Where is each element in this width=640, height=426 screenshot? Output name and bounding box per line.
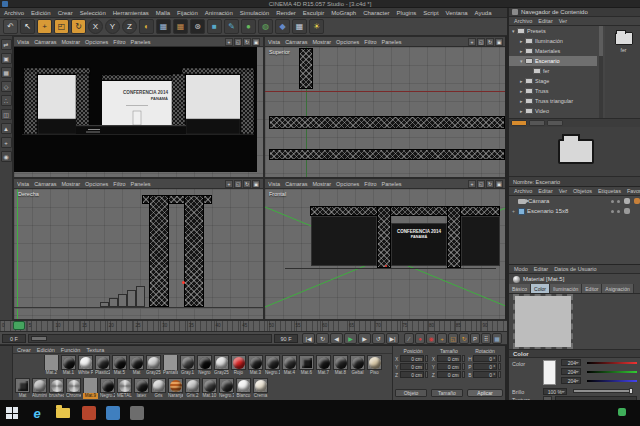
object-tag[interactable] — [634, 208, 640, 214]
material-item[interactable]: Naranja — [168, 378, 183, 399]
menu-item[interactable]: Animación — [205, 10, 233, 16]
coordinate-input[interactable]: 0 cm — [437, 355, 461, 362]
pan-icon[interactable]: + — [225, 180, 233, 188]
key-position-button[interactable]: + — [437, 333, 447, 344]
live-selection-icon[interactable]: ↖ — [20, 19, 35, 34]
goto-end-button[interactable]: ▶| — [386, 333, 399, 344]
texture-mode-icon[interactable]: ▦ — [1, 67, 12, 78]
model-mode-icon[interactable]: ▣ — [1, 53, 12, 64]
viewport-menu-item[interactable]: Paneles — [382, 39, 402, 45]
viewport-menu-item[interactable]: Mostrar — [61, 181, 80, 187]
instance-grid-icon[interactable]: ▦ — [292, 19, 307, 34]
material-item[interactable]: Mat.3 — [248, 355, 263, 376]
rotate-view-icon[interactable]: ↻ — [243, 180, 251, 188]
spinner[interactable] — [462, 363, 465, 370]
viewport-menu-item[interactable]: Opciones — [85, 39, 108, 45]
end-frame-field[interactable]: 90 F — [274, 334, 298, 343]
coordinate-input[interactable]: 0 cm — [400, 371, 424, 378]
menu-item[interactable]: Edición — [31, 10, 51, 16]
menu-item[interactable]: Ventana — [446, 10, 468, 16]
menu-item[interactable]: Archivo — [514, 18, 532, 24]
points-mode-icon[interactable]: ∴ — [1, 95, 12, 106]
spinner[interactable] — [498, 363, 501, 370]
tree-item[interactable]: ▾ Escenario — [509, 56, 597, 66]
material-item[interactable]: Gray.1 — [180, 355, 195, 376]
browser-tab[interactable] — [547, 120, 563, 126]
viewport-menu-item[interactable]: Cámaras — [285, 39, 307, 45]
material-item[interactable]: Negro.1 — [265, 355, 280, 376]
menu-item[interactable]: Favoritos — [627, 188, 640, 194]
viewport-menu-item[interactable]: Cámaras — [34, 181, 56, 187]
object-tag[interactable] — [624, 208, 630, 214]
maximize-icon[interactable]: ▣ — [252, 180, 260, 188]
pan-icon[interactable]: + — [468, 38, 476, 46]
file-explorer-icon[interactable] — [56, 408, 70, 418]
menu-item[interactable]: Render — [276, 10, 296, 16]
render-picture-viewer-icon[interactable]: ▦ — [173, 19, 188, 34]
material-item[interactable]: Mat — [129, 355, 144, 376]
perspective-canvas[interactable]: CONFERENCIA 2014 PANAMÁ — [14, 47, 263, 177]
menu-item[interactable]: Ver — [559, 188, 567, 194]
menu-item[interactable]: Selección — [80, 10, 106, 16]
menu-item[interactable]: Malla — [156, 10, 170, 16]
menu-item[interactable]: Función — [61, 347, 81, 353]
menu-item[interactable]: Textura — [86, 347, 104, 353]
viewport-menu-item[interactable]: Filtro — [113, 39, 125, 45]
tree-scrollbar[interactable] — [599, 26, 603, 118]
coordinate-input[interactable]: 0 cm — [437, 363, 461, 370]
keyframe-selection-button[interactable]: ∕ — [404, 333, 414, 344]
primitive-cube-icon[interactable]: ■ — [207, 19, 222, 34]
menu-item[interactable]: Esculpir — [303, 10, 324, 16]
material-item[interactable]: Mat.1 — [61, 355, 76, 376]
menu-item[interactable]: Herramientas — [113, 10, 149, 16]
tree-item[interactable]: ▸ Stage — [509, 76, 597, 86]
material-item[interactable]: Mat.9 — [83, 378, 98, 399]
timeline-playhead[interactable] — [13, 321, 25, 330]
material-item[interactable]: Gray25 — [146, 355, 161, 376]
front-canvas[interactable]: Frontal CONFERENCIA 2014 PANAMÁ — [265, 189, 506, 319]
menu-item[interactable]: Plugins — [397, 10, 417, 16]
timeline-ruler[interactable]: 051015202530354045505560657075808590 — [0, 320, 507, 331]
viewport-menu-item[interactable]: Cámaras — [285, 181, 307, 187]
edge-icon[interactable]: e — [30, 406, 44, 420]
zoom-icon[interactable]: ◱ — [234, 180, 242, 188]
rgb-slider[interactable] — [587, 380, 637, 382]
start-frame-field[interactable]: 0 F — [2, 334, 26, 343]
frame-scrubber[interactable] — [28, 334, 272, 343]
material-item[interactable]: Mat.5 — [112, 355, 127, 376]
loop-mode-button[interactable]: ↻ — [316, 333, 329, 344]
material-item[interactable]: Aluminio — [32, 378, 47, 399]
menu-item[interactable]: MoGraph — [331, 10, 356, 16]
generator-icon[interactable]: ◍ — [258, 19, 273, 34]
material-item[interactable]: Mat.7 — [316, 355, 331, 376]
menu-item[interactable]: Fijación — [177, 10, 198, 16]
spinner[interactable] — [462, 355, 465, 362]
viewport-menu-item[interactable]: Filtro — [364, 181, 376, 187]
spinner[interactable] — [498, 371, 501, 378]
material-item[interactable]: Gebal — [350, 355, 365, 376]
scale-tool-icon[interactable]: ◰ — [54, 19, 69, 34]
rotate-tool-icon[interactable]: ↻ — [71, 19, 86, 34]
material-item[interactable]: Negro — [197, 355, 212, 376]
material-item[interactable]: Pantalla — [163, 355, 178, 376]
brightness-slider[interactable] — [573, 389, 633, 393]
rgb-slider[interactable] — [587, 371, 637, 373]
browser-tab[interactable] — [529, 120, 545, 126]
browser-tab-active[interactable] — [511, 120, 527, 126]
key-rotation-button[interactable]: ↻ — [459, 333, 469, 344]
material-item[interactable]: Negro.3 — [219, 378, 234, 399]
tree-item[interactable]: ▾ Presets — [509, 26, 597, 36]
material-item[interactable]: Blanco — [236, 378, 251, 399]
menu-item[interactable]: Editar — [538, 188, 552, 194]
viewport-menu-item[interactable]: Vista — [17, 39, 29, 45]
viewport-menu-item[interactable]: Opciones — [85, 181, 108, 187]
snap-icon[interactable]: ◉ — [1, 151, 12, 162]
menu-item[interactable]: Datos de Usuario — [554, 266, 597, 272]
top-canvas[interactable]: Superior — [265, 47, 506, 177]
attribute-tab[interactable]: Asignación — [602, 284, 633, 293]
material-item[interactable]: Crema — [253, 378, 268, 399]
undo-icon[interactable]: ↶ — [3, 19, 18, 34]
tree-item[interactable]: ▸ Video — [509, 106, 597, 116]
viewport-menu-item[interactable]: Mostrar — [61, 39, 80, 45]
light-icon[interactable]: ☀ — [309, 19, 324, 34]
